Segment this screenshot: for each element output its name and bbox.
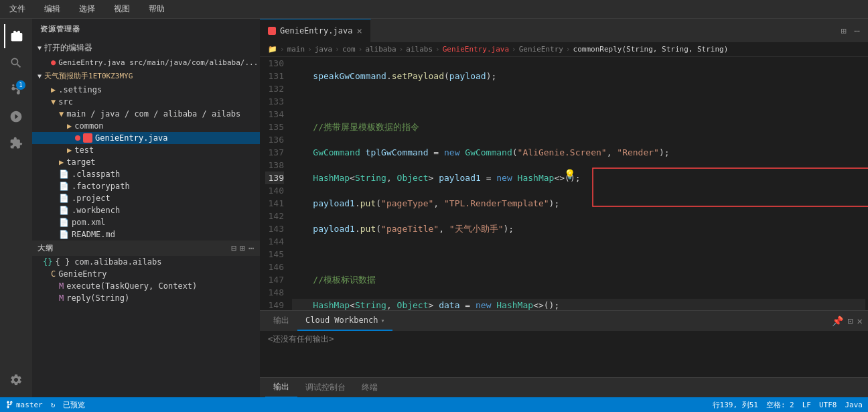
split-editor-button[interactable]: ⊞: [838, 24, 849, 38]
status-preview[interactable]: 已预览: [63, 400, 85, 410]
pom-file[interactable]: 📄 pom.xml: [32, 216, 260, 228]
breadcrumb-src[interactable]: 📁: [268, 45, 277, 54]
classpath-file[interactable]: 📄 .classpath: [32, 168, 260, 180]
menu-item-view[interactable]: 视图: [110, 2, 134, 16]
code-line-136: payload1.put("pageTitle", "天气小助手");: [292, 222, 865, 235]
outline-collapse-icon[interactable]: ⊟: [232, 243, 238, 253]
folder-path-icon: ▼: [59, 109, 64, 119]
readme-file[interactable]: 📄 README.md: [32, 228, 260, 241]
bottom-tab-debug[interactable]: 调试控制台: [297, 378, 354, 398]
breadcrumb-sep-1: ›: [307, 45, 312, 54]
menu-item-edit[interactable]: 编辑: [40, 2, 64, 16]
project-section[interactable]: ▼ 天气预报助手1ET0KZ3MYG: [32, 68, 260, 84]
bottom-tabs-bar: 输出 调试控制台 终端: [260, 377, 868, 397]
bottom-tab-output[interactable]: 输出: [265, 378, 297, 398]
settings-folder[interactable]: ▶ .settings: [32, 84, 260, 96]
open-file-name: GenieEntry.java src/main/java/com/alibab…: [58, 58, 258, 67]
status-bar: master ↻ 已预览 行139, 列51 空格: 2 LF UTF8 Jav…: [0, 397, 868, 412]
src-folder[interactable]: ▼ src: [32, 96, 260, 108]
panel-pin-icon[interactable]: 📌: [832, 316, 843, 326]
outline-method-reply[interactable]: M reply(String): [32, 292, 260, 304]
method-icon-2: M: [59, 293, 64, 303]
status-sync[interactable]: ↻: [51, 401, 56, 409]
breadcrumb-com[interactable]: com: [342, 45, 356, 54]
workbench-file[interactable]: 📄 .workbench: [32, 204, 260, 216]
outline-method-execute[interactable]: M execute(TaskQuery, Context): [32, 280, 260, 292]
breadcrumb-file[interactable]: GenieEntry.java: [443, 45, 509, 54]
open-file-item[interactable]: ● GenieEntry.java src/main/java/com/alib…: [32, 56, 260, 68]
code-line-137: [292, 248, 865, 261]
main-folder-path[interactable]: ▼ main / java / com / alibaba / ailabs: [32, 108, 260, 120]
breadcrumb-ailabs[interactable]: ailabs: [406, 45, 433, 54]
status-branch[interactable]: master: [5, 401, 43, 409]
target-folder[interactable]: ▶ target: [32, 156, 260, 168]
activity-explorer[interactable]: [4, 24, 28, 48]
outline-namespace[interactable]: {} { } com.alibaba.ailabs: [32, 256, 260, 268]
breadcrumb-sep-7: ›: [566, 45, 571, 54]
main-layout: 1 资源管理器 ▼ 打开的编辑器 ● GenieEntry.java src/m…: [0, 19, 868, 397]
xml-icon: 📄: [59, 218, 69, 227]
panel-tab-workbench[interactable]: Cloud Workbench ▾: [297, 311, 392, 331]
status-language[interactable]: Java: [845, 400, 863, 410]
factorypath-file[interactable]: 📄 .factorypath: [32, 180, 260, 192]
activity-extensions[interactable]: [4, 131, 28, 155]
status-position[interactable]: 行139, 列51: [713, 400, 758, 410]
test-folder[interactable]: ▶ test: [32, 144, 260, 156]
breadcrumb-sep-6: ›: [512, 45, 516, 54]
activity-bar: 1: [0, 19, 32, 397]
breadcrumb-java[interactable]: java: [315, 45, 333, 54]
breadcrumb-sep-2: ›: [335, 45, 340, 54]
tab-genie-entry[interactable]: GenieEntry.java ×: [260, 19, 371, 42]
breadcrumb-sep-0: ›: [280, 45, 285, 54]
breadcrumb-main[interactable]: main: [287, 45, 305, 54]
breadcrumb: 📁 › main › java › com › alibaba › ailabs…: [260, 42, 868, 57]
code-editor[interactable]: 130 131 132 133 134 135 136 137 138 139 …: [260, 57, 868, 310]
sync-icon: ↻: [51, 401, 56, 409]
status-line-ending[interactable]: LF: [802, 400, 811, 410]
panel-maximize-icon[interactable]: ⊡: [847, 316, 853, 326]
breadcrumb-class[interactable]: GenieEntry: [519, 45, 563, 54]
menu-item-select[interactable]: 选择: [75, 2, 99, 16]
menu-item-help[interactable]: 帮助: [145, 2, 169, 16]
folder-icon-2: ▶: [67, 121, 72, 131]
language-text: Java: [845, 401, 863, 409]
menu-item-file[interactable]: 文件: [5, 2, 29, 16]
breadcrumb-alibaba[interactable]: alibaba: [365, 45, 396, 54]
panel-dropdown-arrow[interactable]: ▾: [380, 317, 384, 324]
code-content[interactable]: speakGwCommand.setPayload(payload); //携带…: [289, 57, 868, 310]
chevron-down-icon: ▼: [38, 44, 42, 52]
more-tabs-button[interactable]: ⋯: [852, 24, 863, 38]
code-line-139: HashMap<String, Object> data = new HashM…: [292, 299, 865, 310]
menu-bar: 文件 编辑 选择 视图 帮助: [0, 0, 868, 19]
code-line-132: //携带屏显模板数据的指令: [292, 121, 865, 133]
panel-close-icon[interactable]: ✕: [857, 316, 863, 326]
tab-actions: ⊞ ⋯: [838, 24, 868, 38]
folder-icon: ▶: [51, 85, 56, 94]
open-editors-section[interactable]: ▼ 打开的编辑器: [32, 40, 260, 56]
project-file[interactable]: 📄 .project: [32, 192, 260, 204]
bottom-tab-terminal[interactable]: 终端: [354, 378, 386, 398]
status-encoding[interactable]: UTF8: [819, 400, 837, 410]
outline-section-header[interactable]: 大纲 ⊟ ⊞ ⋯: [32, 241, 260, 256]
activity-source-control[interactable]: 1: [4, 78, 28, 102]
file-icon: 📄: [59, 169, 69, 179]
outline-sort-icon[interactable]: ⊞: [240, 243, 246, 253]
outline-class[interactable]: C GenieEntry: [32, 268, 260, 280]
genie-entry-file[interactable]: GenieEntry.java: [32, 132, 260, 144]
editor-wrapper: 130 131 132 133 134 135 136 137 138 139 …: [260, 57, 868, 397]
breadcrumb-method[interactable]: commonReply(String, String, String): [573, 45, 729, 54]
branch-name: master: [16, 401, 43, 409]
outline-icons: ⊟ ⊞ ⋯: [232, 243, 255, 253]
activity-search[interactable]: [4, 51, 28, 75]
common-folder[interactable]: ▶ common: [32, 120, 260, 132]
outline-more-icon[interactable]: ⋯: [248, 243, 255, 253]
activity-run[interactable]: [4, 105, 28, 129]
code-line-135: payload1.put("pageType", "TPL.RenderTemp…: [292, 197, 865, 210]
status-spaces[interactable]: 空格: 2: [766, 400, 794, 410]
spaces-text: 空格: 2: [766, 400, 794, 410]
panel-tab-output[interactable]: 输出: [265, 311, 297, 331]
activity-settings[interactable]: [4, 368, 28, 392]
tab-close-button[interactable]: ×: [356, 25, 362, 36]
code-line-131: [292, 95, 865, 108]
panel-tab-actions: 📌 ⊡ ✕: [832, 316, 863, 326]
